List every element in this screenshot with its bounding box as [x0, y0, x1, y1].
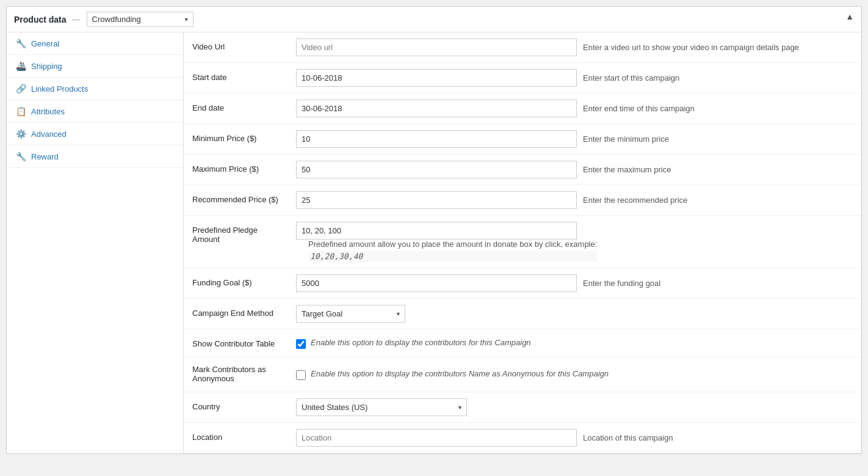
sidebar-label-general: General	[31, 39, 59, 48]
show-contributor-hint: Enable this option to display the contri…	[311, 338, 531, 347]
attributes-icon: 📋	[15, 106, 26, 116]
video-url-hint: Enter a video url to show your video in …	[583, 43, 799, 52]
mark-contributors-hint: Enable this option to display the contri…	[311, 369, 609, 378]
recommended-price-cell: Enter the recommended price	[294, 185, 861, 216]
mark-contributors-checkbox-group: Enable this option to display the contri…	[296, 369, 853, 380]
sidebar-label-attributes: Attributes	[31, 107, 65, 116]
recommended-price-row: Recommended Price ($) Enter the recommen…	[184, 185, 861, 216]
predefined-pledge-hint-block: Predefined amount allow you to place the…	[302, 240, 597, 262]
start-date-row: Start date Enter start of this campaign	[184, 63, 861, 93]
location-hint: Location of this campaign	[583, 433, 673, 442]
sidebar-item-advanced[interactable]: ⚙️ Advanced	[7, 123, 183, 145]
show-contributor-table-label: Show Contributor Table	[184, 329, 294, 357]
sidebar-label-advanced: Advanced	[31, 130, 67, 139]
campaign-end-method-select[interactable]: Target Goal End Date Target Goal or End …	[296, 305, 405, 323]
reward-icon: 🔧	[15, 152, 26, 161]
predefined-pledge-input[interactable]	[296, 222, 577, 240]
maximum-price-hint: Enter the maximum price	[583, 165, 671, 174]
recommended-price-input[interactable]	[296, 191, 577, 209]
end-date-input[interactable]	[296, 100, 577, 117]
start-date-field-group: Enter start of this campaign	[296, 69, 853, 87]
location-field-group: Location of this campaign	[296, 429, 853, 447]
start-date-hint: Enter start of this campaign	[583, 73, 679, 82]
funding-goal-input[interactable]	[296, 274, 577, 292]
mark-contributors-cell: Enable this option to display the contri…	[294, 357, 861, 392]
mark-contributors-checkbox[interactable]	[296, 370, 306, 380]
video-url-cell: Enter a video url to show your video in …	[294, 32, 861, 63]
mark-contributors-label-text: Mark Contributors as Anonymous	[192, 365, 266, 383]
predefined-pledge-cell: Predefined amount allow you to place the…	[294, 216, 861, 268]
funding-goal-hint: Enter the funding goal	[583, 279, 660, 288]
predefined-pledge-example: 10,20,30,40	[308, 251, 597, 262]
campaign-end-method-cell: Target Goal End Date Target Goal or End …	[294, 299, 861, 329]
minimum-price-hint: Enter the minimum price	[583, 134, 669, 144]
sidebar-item-linked-products[interactable]: 🔗 Linked Products	[7, 78, 183, 100]
end-date-row: End date Enter end time of this campaign	[184, 93, 861, 124]
video-url-field-group: Enter a video url to show your video in …	[296, 38, 853, 56]
product-data-title: Product data	[14, 15, 67, 24]
country-select[interactable]: United States (US) United Kingdom (UK) C…	[296, 398, 467, 416]
collapse-button[interactable]: ▲	[845, 12, 854, 21]
sidebar: 🔧 General 🚢 Shipping 🔗 Linked Products 📋…	[7, 32, 184, 453]
campaign-end-method-wrapper: Target Goal End Date Target Goal or End …	[296, 305, 405, 323]
show-contributor-checkbox-group: Enable this option to display the contri…	[296, 338, 853, 349]
shipping-icon: 🚢	[15, 61, 26, 71]
location-input[interactable]	[296, 429, 577, 447]
end-date-label: End date	[184, 93, 294, 124]
funding-goal-field-group: Enter the funding goal	[296, 274, 853, 292]
sidebar-item-attributes[interactable]: 📋 Attributes	[7, 100, 183, 123]
location-label: Location	[184, 423, 294, 453]
mark-contributors-anonymous-row: Mark Contributors as Anonymous Enable th…	[184, 357, 861, 392]
product-data-panel: Product data — Crowdfunding Simple produ…	[6, 6, 862, 454]
product-data-header: Product data — Crowdfunding Simple produ…	[7, 7, 861, 32]
funding-goal-cell: Enter the funding goal	[294, 268, 861, 299]
start-date-cell: Enter start of this campaign	[294, 63, 861, 93]
maximum-price-input[interactable]	[296, 161, 577, 178]
header-separator: —	[73, 15, 81, 24]
country-label: Country	[184, 392, 294, 423]
start-date-label: Start date	[184, 63, 294, 93]
end-date-field-group: Enter end time of this campaign	[296, 100, 853, 117]
show-contributor-table-cell: Enable this option to display the contri…	[294, 329, 861, 357]
product-type-wrapper: Crowdfunding Simple product Grouped prod…	[87, 12, 193, 27]
form-table: Video Url Enter a video url to show your…	[184, 32, 861, 453]
country-cell: United States (US) United Kingdom (UK) C…	[294, 392, 861, 423]
main-content: Video Url Enter a video url to show your…	[184, 32, 861, 453]
funding-goal-row: Funding Goal ($) Enter the funding goal	[184, 268, 861, 299]
sidebar-label-linked-products: Linked Products	[31, 84, 88, 93]
predefined-pledge-hint: Predefined amount allow you to place the…	[308, 240, 597, 249]
link-icon: 🔗	[15, 84, 26, 93]
minimum-price-input[interactable]	[296, 130, 577, 148]
sidebar-item-reward[interactable]: 🔧 Reward	[7, 145, 183, 168]
sidebar-item-general[interactable]: 🔧 General	[7, 32, 183, 55]
funding-goal-label: Funding Goal ($)	[184, 268, 294, 299]
recommended-price-hint: Enter the recommended price	[583, 196, 687, 205]
sidebar-label-shipping: Shipping	[31, 62, 62, 71]
maximum-price-cell: Enter the maximum price	[294, 155, 861, 185]
sidebar-label-reward: Reward	[31, 152, 59, 161]
wrench-icon: 🔧	[15, 38, 26, 48]
video-url-row: Video Url Enter a video url to show your…	[184, 32, 861, 63]
recommended-price-label: Recommended Price ($)	[184, 185, 294, 216]
sidebar-item-shipping[interactable]: 🚢 Shipping	[7, 55, 183, 78]
end-date-hint: Enter end time of this campaign	[583, 104, 695, 113]
product-type-select[interactable]: Crowdfunding Simple product Grouped prod…	[87, 12, 193, 27]
show-contributor-table-row: Show Contributor Table Enable this optio…	[184, 329, 861, 357]
country-select-wrapper: United States (US) United Kingdom (UK) C…	[296, 398, 467, 416]
start-date-input[interactable]	[296, 69, 577, 87]
product-data-body: 🔧 General 🚢 Shipping 🔗 Linked Products 📋…	[7, 32, 861, 453]
predefined-pledge-row: Predefined Pledge Amount Predefined amou…	[184, 216, 861, 268]
minimum-price-label: Minimum Price ($)	[184, 124, 294, 155]
recommended-price-field-group: Enter the recommended price	[296, 191, 853, 209]
maximum-price-label: Maximum Price ($)	[184, 155, 294, 185]
campaign-end-method-row: Campaign End Method Target Goal End Date…	[184, 299, 861, 329]
predefined-pledge-label: Predefined Pledge Amount	[184, 216, 294, 268]
location-cell: Location of this campaign	[294, 423, 861, 453]
mark-contributors-label: Mark Contributors as Anonymous	[184, 357, 294, 392]
video-url-input[interactable]	[296, 38, 577, 56]
maximum-price-row: Maximum Price ($) Enter the maximum pric…	[184, 155, 861, 185]
maximum-price-field-group: Enter the maximum price	[296, 161, 853, 178]
minimum-price-cell: Enter the minimum price	[294, 124, 861, 155]
show-contributor-checkbox[interactable]	[296, 339, 306, 349]
predefined-pledge-field-group: Predefined amount allow you to place the…	[296, 222, 853, 262]
